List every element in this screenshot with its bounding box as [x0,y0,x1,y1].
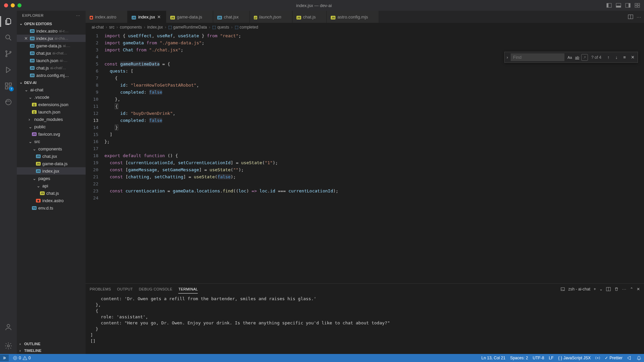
editor-tab[interactable]: JSchat.jsx✕ [213,11,250,23]
file-tree-item[interactable]: ⌄components [17,145,86,152]
outline-header[interactable]: › OUTLINE [17,341,86,347]
activity-settings[interactable] [0,338,16,354]
activity-explorer[interactable] [0,13,16,30]
activity-extensions[interactable]: 7 [0,78,16,94]
encoding-status[interactable]: UTF-8 [533,356,544,360]
file-tree-item[interactable]: TSenv.d.ts [17,204,86,212]
open-editor-item[interactable]: ✕JSindex.jsxai-cha… [17,35,86,42]
explorer-more-icon[interactable]: ··· [76,13,80,17]
open-editor-item[interactable]: ✕JSindex.astroai-c… [17,27,86,35]
notifications-button[interactable] [637,356,641,360]
file-tree-item[interactable]: ⌄.vscode [17,93,86,101]
panel-tab[interactable]: PROBLEMS [90,285,111,293]
kill-terminal-icon[interactable] [614,287,619,291]
customize-layout-icon[interactable] [635,3,640,8]
close-icon[interactable]: ✕ [24,36,29,41]
project-header[interactable]: ⌄ DEV-AI [17,79,86,86]
breadcrumb-item[interactable]: ⬚ quests [212,25,229,30]
minimap[interactable] [639,52,643,283]
split-terminal-icon[interactable] [606,287,611,291]
live-share-status[interactable] [595,356,600,360]
panel-more-icon[interactable]: ··· [622,287,627,291]
breadcrumb-item[interactable]: ⬚ gameRuntimeData [168,25,207,30]
editor-tab[interactable]: {}launch.json✕ [250,11,292,23]
file-tree-item[interactable]: ⌄src [17,138,86,145]
editor-body[interactable]: › Aa ab .* ? of 4 ↑ ↓ ≡ ✕ 12345678910111… [86,32,644,283]
code-content[interactable]: import { useEffect, useRef, useState } f… [104,32,644,283]
panel-tab[interactable]: DEBUG CONSOLE [139,285,173,293]
file-tree-item[interactable]: JSgame-data.js [17,160,86,167]
find-expand-icon[interactable]: › [506,55,509,60]
breadcrumb-item[interactable]: ⬚ completed [235,25,258,30]
editor-tab[interactable]: JSchat.js✕ [292,11,327,23]
find-close-button[interactable]: ✕ [629,54,636,61]
breadcrumb-item[interactable]: src [109,25,114,30]
regex-toggle[interactable]: .* [581,54,588,61]
indentation-status[interactable]: Spaces: 2 [510,356,528,360]
eol-status[interactable]: LF [549,356,554,360]
file-tree-item[interactable]: JSfavicon.svg [17,130,86,138]
panel-tab[interactable]: OUTPUT [117,285,133,293]
close-panel-button[interactable]: ✕ [637,287,640,291]
breadcrumb-item[interactable]: ai-chat [92,25,104,30]
remote-indicator[interactable] [0,355,9,361]
close-window-button[interactable] [4,3,8,7]
toggle-primary-sidebar-icon[interactable] [606,3,612,8]
breadcrumb-item[interactable]: index.jsx [147,25,163,30]
terminal-split-dropdown[interactable]: ⌄ [599,287,603,291]
file-tree-item[interactable]: ›node_modules [17,116,86,123]
new-terminal-button[interactable]: + [594,287,596,291]
toggle-secondary-sidebar-icon[interactable] [625,3,631,8]
file-tree-item[interactable]: {}launch.json [17,108,86,116]
split-editor-icon[interactable] [628,14,633,19]
open-editor-item[interactable]: ✕JSastro.config.mj… [17,72,86,79]
terminal-content[interactable]: content: 'Dr. Owen gets a refill from th… [86,295,644,354]
file-tree-item[interactable]: ⌄ai-chat [17,86,86,93]
terminal-launch-profile-icon[interactable] [560,287,565,291]
minimize-window-button[interactable] [11,3,15,7]
activity-source-control[interactable] [0,46,16,62]
breadcrumb-item[interactable]: components [120,25,142,30]
timeline-header[interactable]: › TIMELINE [17,347,86,354]
prettier-status[interactable]: ✓ Prettier [605,356,623,360]
editor-tab[interactable]: ◆index.astro✕ [86,11,128,23]
tab-more-icon[interactable]: ··· [637,14,641,19]
match-whole-word-toggle[interactable]: ab [574,54,581,61]
find-next-button[interactable]: ↓ [613,54,620,61]
file-tree-item[interactable]: ⌄pages [17,175,86,182]
close-icon[interactable]: ✕ [157,14,162,19]
editor-tab[interactable]: JSindex.jsx✕ [128,11,166,23]
file-tree-item[interactable]: JSchat.jsx [17,152,86,160]
open-editor-item[interactable]: ✕JSchat.jsai-chat/… [17,64,86,72]
file-tree-item[interactable]: JSindex.jsx [17,167,86,175]
maximize-window-button[interactable] [17,3,21,7]
file-tree-item[interactable]: ⌄public [17,123,86,130]
find-prev-button[interactable]: ↑ [605,54,612,61]
toggle-panel-icon[interactable] [616,3,621,8]
panel-tab[interactable]: TERMINAL [178,285,198,293]
cursor-position[interactable]: Ln 13, Col 21 [481,356,505,360]
file-tree-item[interactable]: ◆index.astro [17,197,86,204]
activity-edge[interactable] [0,94,16,110]
open-editor-item[interactable]: ✕JSgame-data.jsai.… [17,42,86,49]
problems-indicator[interactable]: 0 0 [13,356,31,360]
open-editor-item[interactable]: ✕JSchat.jsxai-chat… [17,49,86,57]
file-tree-item[interactable]: ⌄api [17,182,86,189]
editor-tab[interactable]: JSgame-data.js✕ [166,11,213,23]
language-mode[interactable]: { } JavaScript JSX [558,356,591,360]
match-case-toggle[interactable]: Aa [566,54,573,61]
find-in-selection-toggle[interactable]: ≡ [621,54,628,61]
breadcrumbs[interactable]: ai-chat›src›components›index.jsx›⬚ gameR… [86,23,644,32]
find-input[interactable] [511,53,564,61]
feedback-button[interactable] [627,356,632,360]
file-tree-item[interactable]: {}extensions.json [17,101,86,108]
open-editors-header[interactable]: ⌄ OPEN EDITORS [17,20,86,27]
activity-account[interactable] [0,319,16,335]
activity-search[interactable] [0,30,16,46]
file-tree-item[interactable]: JSchat.js [17,189,86,197]
activity-run-debug[interactable] [0,62,16,78]
editor-tab[interactable]: JSastro.config.mjs✕ [327,11,379,23]
terminal-shell-label[interactable]: zsh - ai-chat [568,287,590,291]
open-editor-item[interactable]: ✕JSlaunch.jsonai-… [17,57,86,64]
maximize-panel-button[interactable]: ⌃ [630,287,633,291]
